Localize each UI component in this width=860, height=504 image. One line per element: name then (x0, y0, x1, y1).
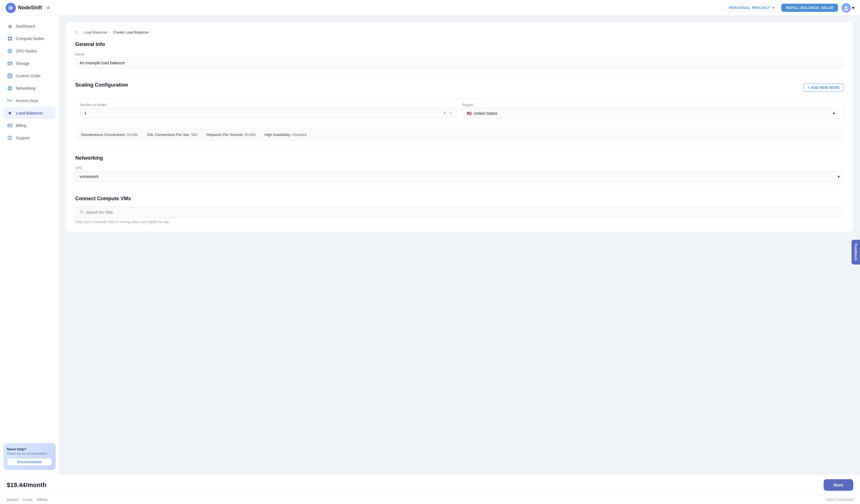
price-text: $19.44/month (7, 481, 46, 489)
feedback-button[interactable]: Feedback (851, 240, 860, 264)
nodes-decrement-button[interactable]: − (449, 111, 453, 116)
divider-1 (75, 75, 844, 75)
hamburger-icon[interactable]: ≡ (46, 4, 50, 11)
simultaneous-value: 20,000 (127, 132, 138, 137)
footer-link-xcom[interactable]: X.com (23, 498, 32, 502)
region-flag-icon: 🇺🇸 (467, 111, 472, 116)
networking-section: Networking VPC vmnetwork ▾ (75, 155, 844, 182)
region-select[interactable]: 🇺🇸 United States ▾ (462, 108, 840, 119)
name-field-group: Name (75, 53, 844, 68)
divider-2 (75, 148, 844, 148)
dashboard-icon: ⊞ (7, 23, 13, 29)
sidebar-label-compute-nodes: Compute Nodes (16, 37, 44, 41)
svg-line-26 (82, 213, 84, 214)
sidebar-item-support[interactable]: Support (3, 132, 56, 144)
sidebar-label-billing: Billing (16, 123, 26, 128)
sidebar-item-load-balancer[interactable]: Load Balancer (3, 107, 56, 119)
vpc-select[interactable]: vmnetwork ▾ (75, 171, 844, 182)
vm-search-wrap (75, 207, 844, 218)
scaling-config-section: Scaling Configuration + ADD NEW NODE Num… (75, 82, 844, 141)
stat-ha: High Availability: Disabled (264, 132, 306, 137)
stat-simultaneous: Simultaneous Connections: 20,000 (81, 132, 138, 137)
project-chevron-icon: ▾ (772, 6, 775, 10)
topbar: NodeShift ≡ PERSONAL PROJECT ▾ REFILL BA… (0, 0, 860, 16)
breadcrumb: ⌂ › Load Balancer › Create Load Balancer (75, 30, 844, 35)
sidebar-item-storage[interactable]: Storage (3, 58, 56, 69)
networking-title: Networking (75, 155, 844, 161)
logo-area: NodeShift (6, 3, 42, 13)
nodes-input-wrap: 1 + − (80, 108, 457, 118)
stats-bar: Simultaneous Connections: 20,000 SSL Con… (75, 128, 844, 141)
nodes-increment-button[interactable]: + (443, 111, 446, 116)
ha-value: Disabled (292, 132, 306, 137)
sidebar-item-networking[interactable]: Networking (3, 82, 56, 94)
stat-ssl: SSL Connections Per Sec: 500 (147, 132, 198, 137)
sidebar-label-custom-order: Custom Order (16, 74, 41, 78)
breadcrumb-sep-1: › (81, 30, 82, 34)
load-balancer-icon (7, 110, 13, 116)
scaling-config-title: Scaling Configuration (75, 82, 128, 88)
home-icon[interactable]: ⌂ (75, 30, 78, 35)
vm-search-icon (80, 210, 84, 215)
region-value-display: 🇺🇸 United States (467, 111, 498, 116)
vm-search-input[interactable] (86, 210, 840, 215)
billing-icon (7, 123, 13, 129)
svg-rect-5 (8, 39, 10, 41)
sidebar-item-dashboard[interactable]: ⊞ Dashboard (3, 20, 56, 32)
name-label: Name (75, 53, 844, 56)
documentation-button[interactable]: Documentation (7, 458, 52, 466)
sidebar-item-compute-nodes[interactable]: Compute Nodes (3, 33, 56, 45)
stat-rps: Requests Per Second: 20,000 (206, 132, 256, 137)
sidebar-help-title: Need help? (7, 447, 52, 451)
project-selector[interactable]: PERSONAL PROJECT ▾ (725, 4, 778, 12)
add-new-node-button[interactable]: + ADD NEW NODE (803, 84, 844, 92)
ssl-label: SSL Connections Per Sec: (147, 132, 190, 137)
vpc-label: VPC (75, 166, 844, 170)
custom-order-icon (7, 73, 13, 79)
vpc-chevron-icon: ▾ (838, 174, 840, 179)
svg-rect-6 (10, 39, 12, 41)
sidebar-item-gpu-nodes[interactable]: GPU Nodes (3, 45, 56, 57)
vm-hint: Only active Compute VMs in running statu… (75, 220, 844, 224)
sidebar: ⊞ Dashboard Compute Nodes GPU Nodes Sto (0, 16, 59, 474)
networking-icon (7, 85, 13, 91)
nodes-controls: + − (443, 111, 453, 116)
sidebar-label-storage: Storage (16, 61, 30, 66)
svg-point-1 (845, 6, 847, 9)
svg-point-14 (8, 87, 12, 89)
storage-icon (7, 60, 13, 67)
logo-text: NodeShift (18, 5, 42, 11)
avatar-area[interactable]: ▾ (841, 3, 854, 13)
breadcrumb-current: Create Load Balancer (113, 30, 149, 34)
vpc-field-group: VPC vmnetwork ▾ (75, 166, 844, 182)
svg-point-2 (844, 9, 848, 11)
refill-balance-button[interactable]: REFILL BALANCE: $51.92 (781, 4, 838, 12)
scaling-header: Scaling Configuration + ADD NEW NODE (75, 82, 844, 93)
sidebar-label-networking: Networking (16, 86, 35, 90)
logo-icon (6, 3, 16, 13)
nodes-field: Number of Nodes 1 + − (80, 103, 457, 119)
rps-value: 20,000 (244, 132, 256, 137)
region-chevron-icon: ▾ (833, 111, 835, 116)
connect-vms-section: Connect Compute VMs Only active Compute … (75, 196, 844, 224)
name-input[interactable] (75, 58, 844, 68)
region-field: Region 🇺🇸 United States ▾ (462, 103, 840, 119)
sidebar-item-custom-order[interactable]: Custom Order (3, 70, 56, 82)
sidebar-help: Need help? Check out our documentation D… (3, 443, 56, 470)
general-info-section: General Info Name (75, 41, 844, 68)
topbar-left: NodeShift ≡ (6, 3, 50, 13)
breadcrumb-load-balancer[interactable]: Load Balancer (84, 30, 108, 34)
general-info-title: General Info (75, 41, 844, 47)
sidebar-label-access-keys: Access Keys (16, 98, 38, 103)
region-value: United States (474, 111, 498, 116)
footer-link-github[interactable]: GitHub (37, 498, 47, 502)
svg-point-21 (9, 112, 11, 114)
sidebar-item-billing[interactable]: Billing (3, 119, 56, 131)
svg-rect-9 (8, 62, 12, 65)
simultaneous-label: Simultaneous Connections: (81, 132, 126, 137)
sidebar-item-access-keys[interactable]: Access Keys (3, 95, 56, 106)
rent-button[interactable]: Rent (823, 479, 853, 491)
footer-link-discord[interactable]: Discord (7, 498, 18, 502)
page-footer: Discord X.com GitHub 2024 © NodeShift (0, 495, 860, 504)
nodes-value: 1 (84, 111, 443, 115)
